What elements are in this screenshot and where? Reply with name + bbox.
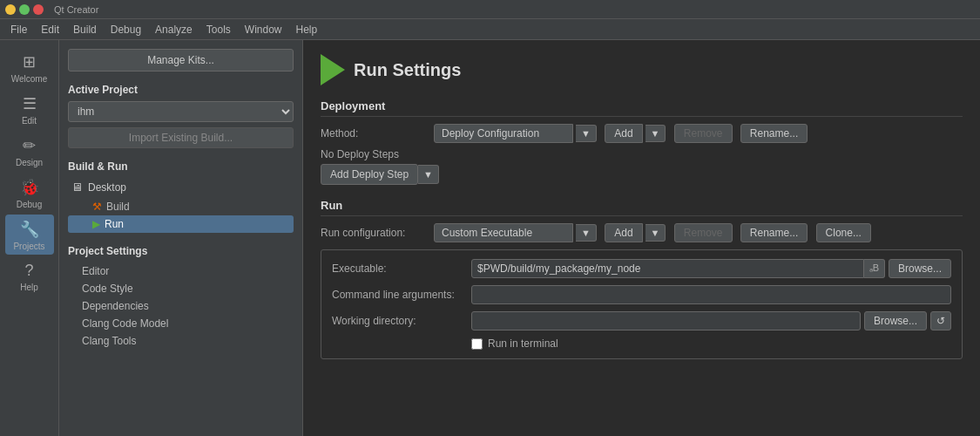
run-config-value: Custom Executable — [442, 227, 532, 239]
edit-icon: ☰ — [23, 94, 37, 113]
titlebar: Qt Creator — [0, 0, 980, 19]
window-controls — [5, 4, 44, 15]
deploy-config-dropdown[interactable]: Deploy Configuration — [434, 124, 573, 143]
working-dir-row: Working directory: Browse... ↺ — [332, 311, 951, 330]
executable-input[interactable] — [471, 259, 864, 278]
run-settings-header: Run Settings — [321, 54, 963, 85]
run-remove-button[interactable]: Remove — [674, 223, 733, 242]
sidebar-item-debug[interactable]: 🐞 Debug — [5, 173, 54, 213]
minimize-button[interactable] — [5, 4, 16, 15]
run-config-box: Executable: ₐB Browse... Command line ar… — [321, 249, 963, 359]
menu-build[interactable]: Build — [66, 22, 104, 37]
manage-kits-button[interactable]: Manage Kits... — [68, 49, 294, 72]
edit-label: Edit — [22, 116, 37, 126]
working-dir-label: Working directory: — [332, 315, 471, 327]
run-in-terminal-checkbox[interactable] — [471, 338, 483, 350]
menu-help[interactable]: Help — [289, 22, 325, 37]
build-nav-label: Build — [106, 201, 130, 213]
left-panel: Manage Kits... Active Project ihm Import… — [59, 40, 303, 436]
settings-code-style[interactable]: Code Style — [68, 280, 294, 297]
monitor-icon: 🖥 — [71, 181, 83, 194]
settings-clang-tools[interactable]: Clang Tools — [68, 332, 294, 350]
run-clone-button[interactable]: Clone... — [816, 223, 871, 242]
help-label: Help — [20, 283, 38, 292]
menu-window[interactable]: Window — [238, 22, 289, 37]
add-deploy-step-label: Add Deploy Step — [330, 168, 409, 181]
run-config-arrow[interactable]: ▼ — [576, 224, 597, 242]
settings-editor[interactable]: Editor — [68, 262, 294, 280]
no-deploy-steps-label: No Deploy Steps — [321, 148, 963, 160]
icon-sidebar: ⊞ Welcome ☰ Edit ✏ Design 🐞 Debug 🔧 Proj… — [0, 40, 59, 436]
menu-tools[interactable]: Tools — [199, 22, 238, 37]
method-label: Method: — [321, 127, 434, 140]
deployment-header: Deployment — [321, 99, 963, 117]
run-nav-label: Run — [105, 218, 124, 230]
welcome-icon: ⊞ — [23, 52, 36, 72]
right-panel: Run Settings Deployment Method: Deploy C… — [303, 40, 980, 436]
menu-file[interactable]: File — [3, 22, 34, 37]
run-add-arrow[interactable]: ▼ — [645, 224, 666, 242]
deploy-config-arrow[interactable]: ▼ — [576, 125, 597, 142]
executable-label: Executable: — [332, 262, 471, 275]
close-button[interactable] — [33, 4, 44, 15]
add-deploy-step-button[interactable]: Add Deploy Step — [321, 164, 418, 185]
deploy-remove-button[interactable]: Remove — [674, 124, 733, 143]
working-dir-input[interactable] — [471, 311, 861, 330]
build-icon: ⚒ — [92, 201, 102, 213]
settings-dependencies[interactable]: Dependencies — [68, 297, 294, 315]
run-settings-title: Run Settings — [354, 60, 461, 80]
menu-analyze[interactable]: Analyze — [148, 22, 199, 37]
sidebar-item-edit[interactable]: ☰ Edit — [5, 89, 54, 129]
sidebar-item-welcome[interactable]: ⊞ Welcome — [5, 47, 54, 87]
menu-debug[interactable]: Debug — [104, 22, 148, 37]
menu-edit[interactable]: Edit — [34, 22, 66, 37]
working-dir-reset-button[interactable]: ↺ — [930, 311, 951, 330]
run-rename-button[interactable]: Rename... — [740, 223, 808, 242]
debug-icon: 🐞 — [20, 178, 39, 197]
executable-browse-button[interactable]: Browse... — [889, 259, 951, 278]
desktop-group[interactable]: 🖥 Desktop — [68, 178, 294, 196]
cmd-args-input[interactable] — [471, 285, 951, 304]
add-deploy-step-arrow[interactable]: ▼ — [418, 165, 439, 184]
sidebar-item-projects[interactable]: 🔧 Projects — [5, 215, 54, 255]
project-settings-title: Project Settings — [68, 245, 294, 257]
active-project-title: Active Project — [68, 84, 294, 96]
executable-env-icon[interactable]: ₐB — [864, 259, 885, 278]
run-config-btn-group: Custom Executable ▼ Add ▼ Remove Rename.… — [434, 223, 871, 242]
deploy-rename-button[interactable]: Rename... — [740, 124, 808, 143]
active-project-dropdown[interactable]: ihm — [68, 101, 294, 122]
build-run-section: Build & Run 🖥 Desktop ⚒ Build ▶ Run — [68, 160, 294, 233]
method-btn-group: Deploy Configuration ▼ Add ▼ Remove Rena… — [434, 124, 808, 143]
run-in-terminal-label: Run in terminal — [488, 337, 558, 350]
run-icon: ▶ — [92, 218, 100, 230]
maximize-button[interactable] — [19, 4, 30, 15]
menubar: File Edit Build Debug Analyze Tools Wind… — [0, 19, 980, 40]
build-nav-item[interactable]: ⚒ Build — [68, 198, 294, 215]
run-config-label: Run configuration: — [321, 227, 434, 239]
projects-icon: 🔧 — [20, 220, 39, 239]
deploy-add-arrow[interactable]: ▼ — [645, 125, 666, 142]
run-settings-play-icon — [321, 54, 345, 85]
executable-input-group: ₐB — [471, 259, 885, 278]
run-config-dropdown[interactable]: Custom Executable — [434, 223, 573, 242]
add-deploy-step-group: Add Deploy Step ▼ — [321, 164, 963, 185]
app-title: Qt Creator — [54, 4, 98, 15]
sidebar-item-help[interactable]: ? Help — [5, 256, 54, 296]
settings-clang-code-model[interactable]: Clang Code Model — [68, 315, 294, 332]
active-project-row: ihm — [68, 101, 294, 122]
deploy-add-button[interactable]: Add — [605, 124, 642, 143]
help-icon: ? — [24, 262, 33, 280]
run-nav-item[interactable]: ▶ Run — [68, 215, 294, 233]
desktop-label: Desktop — [88, 181, 126, 194]
design-icon: ✏ — [23, 136, 36, 155]
design-label: Design — [16, 158, 43, 167]
run-add-button[interactable]: Add — [605, 223, 642, 242]
working-dir-browse-button[interactable]: Browse... — [864, 311, 927, 330]
cmd-args-label: Command line arguments: — [332, 289, 471, 301]
executable-row: Executable: ₐB Browse... — [332, 259, 951, 278]
run-in-terminal-row: Run in terminal — [332, 337, 951, 350]
welcome-label: Welcome — [11, 74, 48, 84]
sidebar-item-design[interactable]: ✏ Design — [5, 131, 54, 171]
build-run-title: Build & Run — [68, 160, 294, 173]
debug-label: Debug — [17, 200, 42, 209]
